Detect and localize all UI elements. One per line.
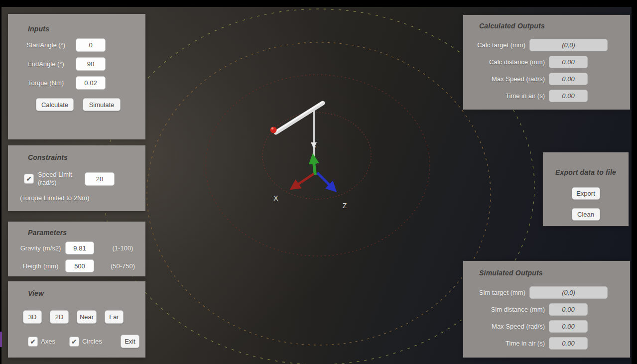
end-angle-input[interactable] (76, 57, 106, 71)
view-panel: View 3D 2D Near Far ✔ Axes ✔ Circles Exi… (8, 281, 145, 358)
y-axis-arrow (314, 162, 315, 175)
clean-button[interactable]: Clean (572, 208, 600, 221)
calc-time-label: Time in air (s) (506, 92, 545, 100)
exit-button[interactable]: Exit (121, 335, 139, 348)
end-angle-row: EndAngle (°) (8, 57, 145, 71)
check-icon: ✔ (71, 338, 77, 346)
circle-orange (147, 42, 491, 345)
sim-distance-label: Sim distance (mm) (491, 306, 545, 313)
calculated-outputs-title: Calculated Outputs (479, 22, 630, 30)
sim-max-speed-value: 0.00 (549, 320, 588, 333)
sim-max-speed-row: Max Speed (rad/s) 0.00 (463, 318, 630, 335)
calc-target-value: (0,0) (529, 39, 608, 51)
sim-target-label: Sim target (mm) (479, 289, 525, 296)
pendulum-ball (270, 127, 277, 133)
circles-checkbox[interactable]: ✔ (69, 337, 79, 347)
simulated-outputs-panel: Simulated Outputs Sim target (mm) (0,0) … (463, 261, 630, 358)
sim-time-value: 0.00 (549, 337, 588, 350)
calc-target-label: Calc target (mm) (477, 41, 525, 49)
torque-row: Torque (Nm) (8, 76, 145, 90)
speed-limit-label: Speed Limit(rad/s) (38, 171, 85, 187)
torque-limit-note: (Torque Limited to 2Nm) (20, 194, 145, 202)
calc-distance-row: Calc distance (mm) 0.00 (463, 53, 630, 70)
circles-label: Circles (82, 338, 102, 345)
pendulum (270, 102, 323, 133)
view-title: View (28, 289, 145, 297)
z-axis-arrow (317, 173, 330, 186)
pendulum-arm-highlight (276, 102, 322, 131)
inputs-panel: Inputs StartAngle (°) EndAngle (°) Torqu… (8, 14, 145, 139)
view-near-button[interactable]: Near (77, 310, 97, 324)
calc-target-row: Calc target (mm) (0,0) (463, 36, 630, 53)
circle-red-inner (262, 113, 371, 199)
torque-label: Torque (Nm) (18, 79, 74, 87)
height-label: Heigth (mm) (18, 262, 63, 270)
speed-limit-checkbox[interactable]: ✔ (24, 174, 34, 184)
pendulum-ball-highlight (271, 127, 273, 129)
export-title: Export data to file (543, 168, 629, 176)
constraints-panel: Constraints ✔ Speed Limit(rad/s) (Torque… (8, 145, 145, 211)
view-far-button[interactable]: Far (105, 310, 124, 324)
pendulum-arm (276, 103, 323, 132)
inputs-title: Inputs (28, 25, 145, 33)
axes-label: Axes (41, 338, 55, 345)
sim-max-speed-label: Max Speed (rad/s) (492, 323, 545, 330)
circle-red-outer (206, 75, 430, 256)
x-axis-arrow (297, 173, 315, 185)
gravity-row: Gravity (m/s2) (1-100) (8, 242, 145, 254)
sim-distance-row: Sim distance (mm) 0.00 (463, 301, 630, 318)
gravity-input[interactable] (65, 242, 94, 254)
parameters-title: Parameters (28, 229, 145, 237)
axes-checkbox[interactable]: ✔ (28, 337, 38, 347)
calculated-outputs-panel: Calculated Outputs Calc target (mm) (0,0… (463, 15, 630, 110)
torque-input[interactable] (76, 76, 106, 90)
sim-target-value: (0,0) (529, 286, 608, 299)
view-3d-button[interactable]: 3D (23, 310, 42, 324)
calc-max-speed-label: Max Speed (rad/s) (492, 75, 545, 83)
export-button[interactable]: Export (572, 187, 600, 200)
height-input[interactable] (65, 259, 94, 272)
x-axis-label: X (273, 194, 278, 202)
height-row: Heigth (mm) (50-750) (8, 259, 145, 272)
gravity-range-hint: (1-100) (100, 244, 145, 252)
app-window: Y X Z Inputs StartAngle (°) EndAngle (°)… (0, 0, 637, 364)
taskbar-accent-strip (0, 332, 2, 347)
simulated-outputs-title: Simulated Outputs (479, 269, 630, 277)
view-2d-button[interactable]: 2D (50, 310, 69, 324)
calc-max-speed-row: Max Speed (rad/s) 0.00 (463, 70, 630, 87)
calc-time-row: Time in air (s) 0.00 (463, 87, 630, 104)
speed-limit-input[interactable] (85, 172, 115, 186)
calculate-button[interactable]: Calculate (36, 98, 74, 111)
sim-time-row: Time in air (s) 0.00 (463, 335, 630, 352)
y-axis-label: Y (312, 145, 316, 151)
gravity-label: Gravity (m/s2) (18, 244, 63, 252)
end-angle-label: EndAngle (°) (18, 60, 74, 68)
sim-distance-value: 0.00 (549, 303, 588, 316)
sim-time-label: Time in air (s) (506, 340, 545, 347)
check-icon: ✔ (26, 175, 32, 183)
height-range-hint: (50-750) (100, 262, 145, 270)
calc-max-speed-value: 0.00 (549, 73, 588, 85)
calc-time-value: 0.00 (549, 90, 588, 102)
check-icon: ✔ (30, 338, 36, 346)
export-panel: Export data to file Export Clean (543, 152, 629, 226)
start-angle-input[interactable] (76, 38, 106, 52)
start-angle-label: StartAngle (°) (18, 41, 74, 49)
simulate-button[interactable]: Simulate (83, 98, 121, 111)
start-angle-row: StartAngle (°) (8, 38, 145, 52)
calc-distance-value: 0.00 (549, 56, 588, 68)
sim-target-row: Sim target (mm) (0,0) (463, 284, 630, 301)
parameters-panel: Parameters Gravity (m/s2) (1-100) Heigth… (8, 222, 145, 276)
constraints-title: Constraints (28, 153, 145, 161)
calc-distance-label: Calc distance (mm) (489, 58, 545, 66)
z-axis-label: Z (343, 202, 347, 210)
